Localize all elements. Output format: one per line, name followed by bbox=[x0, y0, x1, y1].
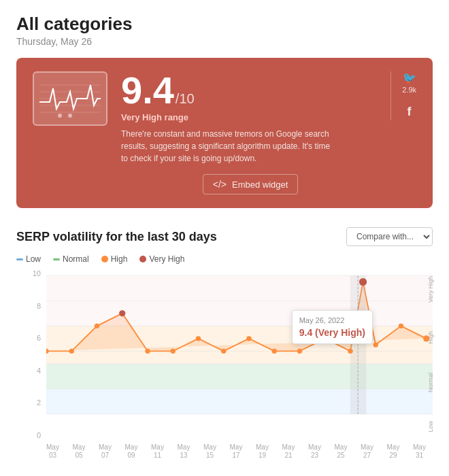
chart-legend: Low Normal High Very High bbox=[16, 254, 433, 264]
svg-point-24 bbox=[119, 310, 125, 316]
svg-point-22 bbox=[69, 349, 74, 354]
svg-rect-8 bbox=[46, 364, 433, 389]
svg-point-29 bbox=[246, 336, 251, 341]
svg-point-35 bbox=[373, 342, 378, 347]
chart-tooltip: May 26, 2022 9.4 (Very High) bbox=[292, 310, 373, 344]
twitter-icon: 🐦 bbox=[403, 71, 416, 84]
legend-low: Low bbox=[16, 254, 41, 264]
svg-point-36 bbox=[399, 324, 403, 328]
legend-very-high: Very High bbox=[139, 254, 184, 264]
legend-high-dot bbox=[101, 256, 108, 262]
embed-widget-label: Embed widget bbox=[232, 180, 288, 190]
y-axis: 10 8 6 4 2 0 bbox=[16, 269, 44, 439]
facebook-icon: f bbox=[408, 105, 412, 119]
page-title: All categories bbox=[16, 14, 433, 35]
embed-code-icon: </> bbox=[213, 179, 227, 190]
svg-point-26 bbox=[171, 349, 176, 354]
score-card: 9.4 /10 Very High range There're constan… bbox=[16, 58, 433, 208]
svg-point-30 bbox=[271, 349, 276, 354]
page-subtitle: Thursday, May 26 bbox=[16, 36, 433, 47]
x-axis: May03 May05 May07 May09 May11 May13 May1… bbox=[46, 443, 426, 460]
svg-point-6 bbox=[68, 114, 72, 118]
compare-select[interactable]: Compare with... bbox=[346, 227, 433, 246]
svg-point-33 bbox=[348, 349, 352, 354]
score-denom: /10 bbox=[176, 91, 195, 107]
legend-high: High bbox=[101, 254, 128, 264]
tooltip-value: 9.4 (Very High) bbox=[299, 327, 365, 338]
embed-widget-button[interactable]: </> Embed widget bbox=[203, 174, 299, 194]
serp-header: SERP volatility for the last 30 days Com… bbox=[16, 227, 433, 246]
legend-normal: Normal bbox=[53, 254, 89, 264]
facebook-share-button[interactable]: f bbox=[408, 105, 412, 120]
tooltip-date: May 26, 2022 bbox=[299, 316, 365, 324]
svg-point-5 bbox=[58, 114, 62, 118]
serp-title: SERP volatility for the last 30 days bbox=[16, 230, 217, 244]
score-description: There're constant and massive tremors on… bbox=[121, 128, 339, 165]
serp-chart: 10 8 6 4 2 0 Very High High Normal Low M… bbox=[16, 269, 433, 460]
score-range-label: Very High range bbox=[121, 112, 380, 122]
svg-point-31 bbox=[297, 349, 302, 354]
legend-low-line bbox=[16, 258, 23, 260]
score-chart-icon bbox=[33, 71, 107, 126]
twitter-count: 2.9k bbox=[402, 86, 416, 94]
svg-point-25 bbox=[145, 349, 150, 354]
svg-rect-7 bbox=[46, 389, 433, 414]
twitter-share-button[interactable]: 🐦 2.9k bbox=[402, 71, 416, 94]
svg-point-34 bbox=[359, 278, 367, 286]
score-number: 9.4 bbox=[121, 71, 174, 109]
svg-point-27 bbox=[196, 336, 201, 341]
y-band-labels: Very High High Normal Low bbox=[427, 276, 434, 432]
serp-section: SERP volatility for the last 30 days Com… bbox=[16, 227, 433, 460]
score-main: 9.4 /10 Very High range There're constan… bbox=[121, 71, 380, 194]
svg-point-23 bbox=[95, 324, 99, 328]
legend-normal-line bbox=[53, 258, 60, 260]
score-social: 🐦 2.9k f bbox=[390, 71, 416, 120]
legend-very-high-dot bbox=[139, 256, 146, 262]
svg-point-28 bbox=[221, 349, 226, 354]
